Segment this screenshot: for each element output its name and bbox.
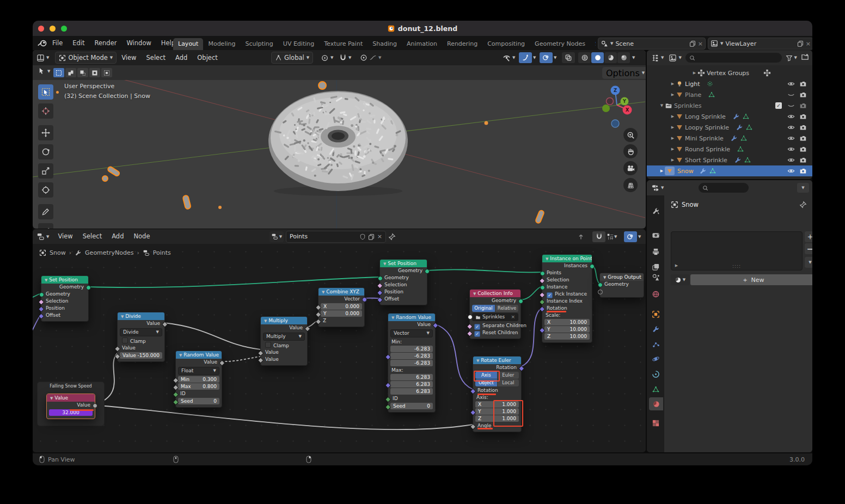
pin-icon[interactable] [388,233,396,241]
space-toggle[interactable]: ObjectLocal [475,379,519,386]
tree-type-button[interactable]: ▼ [270,231,284,242]
hide-eye-icon[interactable] [787,145,795,153]
outliner-row-mini-sprinkle[interactable]: ▶ Mini Sprinkle [647,133,812,144]
tab-texture[interactable] [649,416,662,429]
min-z-field[interactable]: -6.283 [390,360,433,366]
node-header[interactable]: ▼ Instance on Points [542,255,592,262]
tab-compositing[interactable]: Compositing [482,38,530,50]
properties-search[interactable] [699,183,748,193]
node-socket[interactable] [468,315,473,319]
pivot-point-button[interactable]: ▼ [317,54,337,62]
node-header[interactable]: ▼ Rotate Euler [473,357,521,364]
copy-icon[interactable] [368,233,375,240]
node-socket[interactable] [378,276,383,281]
hide-eye-icon[interactable] [787,156,795,164]
menu-view[interactable]: View [117,50,141,65]
node-socket[interactable] [598,290,603,294]
node-overlays-dropdown[interactable]: ▼ [638,235,641,239]
tab-rendering[interactable]: Rendering [442,38,482,50]
render-camera-icon[interactable] [799,113,807,120]
clear-icon[interactable]: × [511,314,515,321]
menu-window[interactable]: Window [121,36,156,50]
node-socket[interactable] [539,299,545,305]
gizmos-toggle[interactable] [519,52,532,63]
resize-grip[interactable]: :::: [732,263,741,269]
node-rotate-euler[interactable]: ▼ Rotate Euler Rotation Axis AngleEuler … [473,356,522,432]
menu-select[interactable]: Select [142,50,170,65]
go-to-parent-tree-button[interactable] [574,231,587,242]
y-field[interactable]: Y0.000 [321,310,362,317]
new-collection-button[interactable] [801,53,809,63]
gizmos-dropdown[interactable]: ▼ [533,56,536,60]
outliner-row-round-sprinkle[interactable]: ▶ Round Sprinkle [647,144,812,155]
value-field[interactable]: Value-150.000 [120,352,162,359]
node-socket[interactable] [539,327,545,333]
tab-scene[interactable] [649,271,662,284]
node-header[interactable]: ▼ Multiply [261,317,307,324]
node-socket[interactable] [385,396,391,402]
node-socket[interactable] [38,306,44,312]
render-camera-icon[interactable] [799,156,807,164]
node-socket[interactable] [539,278,545,284]
tab-scripting[interactable]: Scripting [590,38,596,50]
zoom-view-button[interactable] [623,128,638,142]
node-socket[interactable] [467,323,473,329]
node-socket[interactable] [539,292,545,298]
outliner-row-snow[interactable]: ▶ Snow [647,165,812,176]
data-type-dropdown[interactable]: Vector▼ [390,329,433,337]
node-socket[interactable] [377,290,383,296]
outliner-row-loopy-sprinkle[interactable]: ▶ Loopy Sprinkle [647,122,812,133]
tab-world[interactable] [649,287,662,300]
hide-eye-icon[interactable] [787,113,795,120]
close-icon[interactable]: × [377,233,382,240]
original-relative-toggle[interactable]: OriginalRelative [472,305,518,312]
snapping-button[interactable]: ▼ [335,54,355,62]
display-mode-button[interactable]: ▼ [668,54,682,62]
tab-render[interactable] [649,229,662,242]
tab-animation[interactable]: Animation [402,38,442,50]
select-box-tool[interactable] [38,84,53,100]
donut-mesh[interactable] [268,91,408,191]
node-set-position[interactable]: ▼ Set Position Geometry Geometry Selecti… [379,259,427,305]
type-toggle[interactable]: Axis AngleEuler [475,372,519,379]
render-camera-icon[interactable] [799,80,807,88]
xray-toggle[interactable] [562,52,575,63]
collection-field[interactable]: Sprinkles × [472,313,518,321]
menu-object[interactable]: Object [192,50,222,65]
menu-render[interactable]: Render [90,36,122,50]
select-mode-subtract-button[interactable] [77,68,88,77]
node-socket[interactable] [38,313,44,319]
seed-field[interactable]: Seed0 [390,403,433,409]
select-mode-extend-button[interactable] [65,68,76,77]
breadcrumb-tree[interactable]: Points [153,249,171,256]
show-object-types-button[interactable]: ▼ [499,54,519,62]
node-snapping-toggle[interactable] [592,231,605,242]
node-socket[interactable] [432,322,438,328]
menu-file[interactable]: File [47,36,68,50]
tab-tool[interactable] [649,204,662,217]
menu-add[interactable]: Add [107,229,128,244]
node-canvas[interactable]: Snow › GeometryNodes › Points [33,244,646,452]
scene-selector[interactable]: ▼ Scene × [598,38,706,50]
move-tool[interactable] [38,125,53,140]
hidden-eye-icon[interactable] [787,91,795,99]
hide-eye-icon[interactable] [787,134,795,142]
close-icon[interactable]: × [698,40,703,47]
node-overlays-toggle[interactable] [624,231,637,242]
node-socket[interactable] [315,311,321,317]
filter-button[interactable]: ▼ [785,54,798,62]
camera-view-button[interactable] [623,161,638,175]
tab-modeling[interactable]: Modeling [203,38,240,50]
tab-uv-editing[interactable]: UV Editing [278,38,319,50]
mode-selector[interactable]: Object Mode ▼ [55,52,117,64]
scale-x-field[interactable]: X10.000 [544,319,590,325]
editor-type-button[interactable]: ▼ [33,54,53,62]
node-socket[interactable] [540,271,545,276]
remove-slot-button[interactable]: − [805,243,812,254]
node-multiply[interactable]: ▼ Multiply Value Multiply▼ Clamp Value V… [260,316,308,366]
pan-view-button[interactable] [623,144,638,158]
close-icon[interactable]: × [806,40,811,47]
node-socket[interactable] [467,330,473,336]
breadcrumb-modifier[interactable]: GeometryNodes [85,249,133,256]
render-camera-icon[interactable] [799,124,807,131]
